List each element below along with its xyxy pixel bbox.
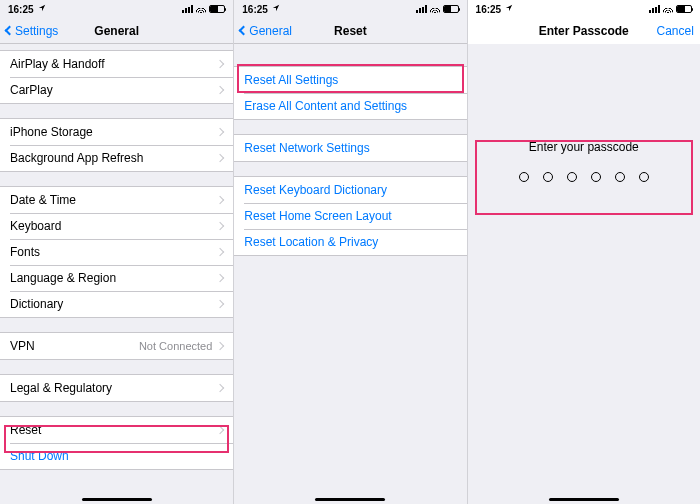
status-time: 16:25: [8, 4, 34, 15]
back-button[interactable]: Settings: [6, 24, 58, 38]
chevron-left-icon: [239, 26, 249, 36]
status-indicators: [649, 5, 692, 13]
passcode-dot: [519, 172, 529, 182]
cell-date-time[interactable]: Date & Time: [0, 187, 233, 213]
chevron-right-icon: [216, 248, 224, 256]
passcode-prompt: Enter your passcode: [475, 140, 693, 154]
cell-reset-location-privacy[interactable]: Reset Location & Privacy: [234, 229, 466, 255]
cell-airplay-handoff[interactable]: AirPlay & Handoff: [0, 51, 233, 77]
passcode-dot: [615, 172, 625, 182]
home-indicator[interactable]: [549, 498, 619, 502]
vpn-status: Not Connected: [139, 340, 212, 352]
cell-vpn[interactable]: VPN Not Connected: [0, 333, 233, 359]
screen-reset: 16:25 General Reset Reset All Settings E…: [233, 0, 466, 504]
status-bar: 16:25: [234, 0, 466, 18]
cell-iphone-storage[interactable]: iPhone Storage: [0, 119, 233, 145]
chevron-right-icon: [216, 274, 224, 282]
chevron-right-icon: [216, 426, 224, 434]
battery-icon: [209, 5, 225, 13]
cell-reset-all-settings[interactable]: Reset All Settings: [234, 67, 466, 93]
cell-reset-network[interactable]: Reset Network Settings: [234, 135, 466, 161]
passcode-dots[interactable]: [475, 172, 693, 182]
group-airplay: AirPlay & Handoff CarPlay: [0, 50, 233, 104]
cell-background-app-refresh[interactable]: Background App Refresh: [0, 145, 233, 171]
cell-language-region[interactable]: Language & Region: [0, 265, 233, 291]
group-reset-other: Reset Keyboard Dictionary Reset Home Scr…: [234, 176, 466, 256]
status-time: 16:25: [476, 4, 502, 15]
back-button[interactable]: General: [240, 24, 292, 38]
status-bar: 16:25: [468, 0, 700, 18]
chevron-right-icon: [216, 222, 224, 230]
cell-keyboard[interactable]: Keyboard: [0, 213, 233, 239]
screen-general-settings: 16:25 Settings General AirPlay & Handoff…: [0, 0, 233, 504]
cell-reset-keyboard-dict[interactable]: Reset Keyboard Dictionary: [234, 177, 466, 203]
nav-bar: Settings General: [0, 18, 233, 44]
wifi-icon: [663, 5, 673, 13]
cell-shut-down[interactable]: Shut Down: [0, 443, 233, 469]
nav-bar: Enter Passcode Cancel: [468, 18, 700, 44]
status-indicators: [416, 5, 459, 13]
location-icon: [505, 4, 513, 14]
cancel-button[interactable]: Cancel: [657, 24, 694, 38]
chevron-right-icon: [216, 86, 224, 94]
chevron-right-icon: [216, 128, 224, 136]
cell-reset[interactable]: Reset: [0, 417, 233, 443]
back-label: General: [249, 24, 292, 38]
home-indicator[interactable]: [315, 498, 385, 502]
group-legal: Legal & Regulatory: [0, 374, 233, 402]
location-icon: [272, 4, 280, 14]
battery-icon: [443, 5, 459, 13]
home-indicator[interactable]: [82, 498, 152, 502]
cell-erase-all[interactable]: Erase All Content and Settings: [234, 93, 466, 119]
group-reset: Reset Shut Down: [0, 416, 233, 470]
status-indicators: [182, 5, 225, 13]
chevron-right-icon: [216, 196, 224, 204]
passcode-area: Enter your passcode: [475, 140, 693, 182]
location-icon: [38, 4, 46, 14]
chevron-left-icon: [5, 26, 15, 36]
group-reset-network: Reset Network Settings: [234, 134, 466, 162]
status-bar: 16:25: [0, 0, 233, 18]
chevron-right-icon: [216, 154, 224, 162]
nav-bar: General Reset: [234, 18, 466, 44]
passcode-dot: [543, 172, 553, 182]
cell-carplay[interactable]: CarPlay: [0, 77, 233, 103]
passcode-dot: [591, 172, 601, 182]
chevron-right-icon: [216, 60, 224, 68]
wifi-icon: [196, 5, 206, 13]
back-label: Settings: [15, 24, 58, 38]
status-time: 16:25: [242, 4, 268, 15]
screen-enter-passcode: 16:25 Enter Passcode Cancel Enter your p…: [467, 0, 700, 504]
group-reset-all: Reset All Settings Erase All Content and…: [234, 66, 466, 120]
cell-dictionary[interactable]: Dictionary: [0, 291, 233, 317]
cell-fonts[interactable]: Fonts: [0, 239, 233, 265]
battery-icon: [676, 5, 692, 13]
passcode-dot: [567, 172, 577, 182]
chevron-right-icon: [216, 300, 224, 308]
cell-reset-home-screen[interactable]: Reset Home Screen Layout: [234, 203, 466, 229]
cellular-icon: [416, 5, 427, 13]
wifi-icon: [430, 5, 440, 13]
cell-legal-regulatory[interactable]: Legal & Regulatory: [0, 375, 233, 401]
group-storage: iPhone Storage Background App Refresh: [0, 118, 233, 172]
passcode-dot: [639, 172, 649, 182]
chevron-right-icon: [216, 384, 224, 392]
group-time-keyboard: Date & Time Keyboard Fonts Language & Re…: [0, 186, 233, 318]
cellular-icon: [649, 5, 660, 13]
cellular-icon: [182, 5, 193, 13]
chevron-right-icon: [216, 342, 224, 350]
group-vpn: VPN Not Connected: [0, 332, 233, 360]
